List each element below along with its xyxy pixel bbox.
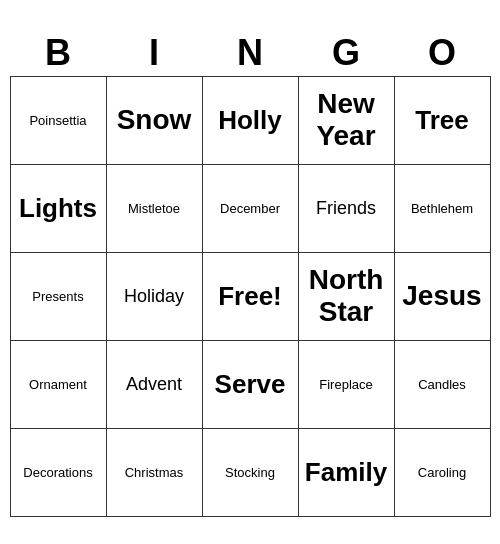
bingo-cell-4-2: Stocking bbox=[202, 428, 298, 516]
bingo-cell-0-1: Snow bbox=[106, 76, 202, 164]
bingo-cell-1-0: Lights bbox=[10, 164, 106, 252]
bingo-cell-2-3: North Star bbox=[298, 252, 394, 340]
bingo-cell-1-2: December bbox=[202, 164, 298, 252]
bingo-cell-3-4: Candles bbox=[394, 340, 490, 428]
bingo-cell-1-1: Mistletoe bbox=[106, 164, 202, 252]
bingo-cell-0-3: New Year bbox=[298, 76, 394, 164]
header-letter-o: O bbox=[394, 28, 490, 76]
bingo-cell-4-3: Family bbox=[298, 428, 394, 516]
header-letter-i: I bbox=[106, 28, 202, 76]
bingo-row-0: PoinsettiaSnowHollyNew YearTree bbox=[10, 76, 490, 164]
bingo-cell-4-0: Decorations bbox=[10, 428, 106, 516]
bingo-cell-0-2: Holly bbox=[202, 76, 298, 164]
bingo-cell-0-4: Tree bbox=[394, 76, 490, 164]
bingo-cell-3-0: Ornament bbox=[10, 340, 106, 428]
bingo-cell-4-1: Christmas bbox=[106, 428, 202, 516]
bingo-header: BINGO bbox=[10, 28, 490, 76]
bingo-cell-2-0: Presents bbox=[10, 252, 106, 340]
header-letter-g: G bbox=[298, 28, 394, 76]
bingo-cell-0-0: Poinsettia bbox=[10, 76, 106, 164]
header-letter-n: N bbox=[202, 28, 298, 76]
bingo-row-2: PresentsHolidayFree!North StarJesus bbox=[10, 252, 490, 340]
bingo-cell-3-3: Fireplace bbox=[298, 340, 394, 428]
header-letter-b: B bbox=[10, 28, 106, 76]
bingo-row-4: DecorationsChristmasStockingFamilyCaroli… bbox=[10, 428, 490, 516]
bingo-row-3: OrnamentAdventServeFireplaceCandles bbox=[10, 340, 490, 428]
bingo-cell-3-1: Advent bbox=[106, 340, 202, 428]
bingo-cell-1-3: Friends bbox=[298, 164, 394, 252]
bingo-cell-4-4: Caroling bbox=[394, 428, 490, 516]
bingo-cell-2-2: Free! bbox=[202, 252, 298, 340]
bingo-card: BINGO PoinsettiaSnowHollyNew YearTreeLig… bbox=[10, 28, 491, 517]
bingo-cell-2-4: Jesus bbox=[394, 252, 490, 340]
bingo-cell-3-2: Serve bbox=[202, 340, 298, 428]
bingo-grid: PoinsettiaSnowHollyNew YearTreeLightsMis… bbox=[10, 76, 491, 517]
bingo-cell-2-1: Holiday bbox=[106, 252, 202, 340]
bingo-row-1: LightsMistletoeDecemberFriendsBethlehem bbox=[10, 164, 490, 252]
bingo-cell-1-4: Bethlehem bbox=[394, 164, 490, 252]
